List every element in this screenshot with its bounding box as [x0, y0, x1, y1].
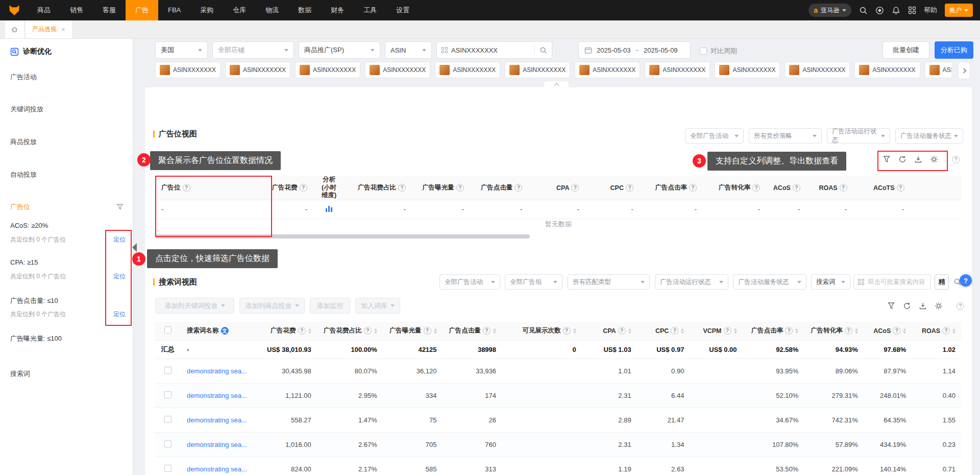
apps-grid-icon[interactable] — [908, 6, 916, 14]
asin-chip[interactable]: ASINXXXXXXX — [295, 62, 360, 78]
nav-item-purchase[interactable]: 采购 — [190, 0, 223, 20]
search-term-link[interactable]: demonstrating sea... — [187, 367, 247, 375]
info-icon[interactable]: ? — [893, 327, 900, 335]
info-icon[interactable]: ? — [942, 327, 950, 335]
col-ad-spend[interactable]: 广告花费? — [261, 322, 317, 340]
search-field-select[interactable]: ASIN — [385, 41, 432, 59]
asin-search-input[interactable]: ASINXXXXXXX — [436, 41, 552, 59]
row-checkbox[interactable] — [164, 440, 172, 447]
col-acots[interactable]: ACoTS? — [853, 176, 911, 200]
col-placement[interactable]: 广告位? — [155, 176, 259, 200]
filter-columns-icon[interactable] — [883, 155, 891, 163]
info-icon[interactable]: ? — [563, 327, 571, 335]
sort-icon[interactable] — [903, 328, 906, 334]
asin-chip[interactable]: ASINXXXXXXX — [225, 62, 290, 78]
col-acos[interactable]: ACoS? — [864, 322, 913, 340]
col-spend-share[interactable]: 广告花费占比? — [317, 322, 383, 340]
asin-chip[interactable]: ASINXXXXXXX — [155, 62, 220, 78]
info-icon[interactable]: ? — [626, 184, 633, 192]
row-checkbox[interactable] — [164, 391, 172, 398]
info-icon[interactable]: ? — [483, 327, 491, 335]
filter-funnel-icon[interactable] — [116, 203, 124, 210]
promo-badge-icon[interactable] — [875, 6, 884, 15]
sort-icon[interactable] — [855, 328, 858, 334]
sort-icon[interactable] — [434, 328, 437, 334]
nav-item-logistics[interactable]: 物流 — [256, 0, 288, 20]
col-cpc[interactable]: CPC? — [585, 176, 639, 200]
sidebar-item-placements[interactable]: 广告位 — [10, 202, 30, 211]
col-cpa[interactable]: CPA? — [582, 322, 638, 340]
col-vcpm[interactable]: VCPM? — [690, 322, 743, 340]
bidding-strategy-select[interactable]: 所有竞价策略 — [749, 128, 822, 144]
add-to-product-targeting-button[interactable]: 添加到商品投放 — [239, 298, 305, 314]
search-term-link[interactable]: demonstrating sea... — [187, 392, 247, 399]
sort-icon[interactable] — [681, 328, 684, 334]
info-icon[interactable]: ? — [514, 184, 522, 192]
batch-create-button[interactable]: 批量创建 — [883, 41, 929, 59]
horizontal-scrollbar[interactable] — [155, 234, 530, 239]
nav-item-fba[interactable]: FBA — [158, 0, 190, 20]
cell-select[interactable] — [155, 359, 181, 383]
floating-help-button[interactable]: ? — [960, 274, 972, 287]
search-icon[interactable] — [859, 6, 868, 15]
help-link[interactable]: 帮助 — [924, 6, 937, 15]
col-cvr[interactable]: 广告转化率? — [703, 176, 766, 200]
compare-period-option[interactable]: 对比周期 — [700, 46, 737, 56]
keyword-search-input[interactable]: 双击可批量搜索内容 — [853, 274, 931, 290]
col-select-all[interactable] — [155, 322, 181, 340]
info-icon[interactable]: ? — [689, 184, 697, 192]
gear-icon[interactable] — [935, 302, 943, 310]
st-match-type-select[interactable]: 所有匹配类型 — [568, 274, 650, 290]
asin-chip[interactable]: ASINXXXXXXX — [785, 62, 850, 78]
campaign-run-status-select[interactable]: 广告活动运行状态 — [827, 128, 890, 144]
info-icon[interactable]: ? — [724, 327, 731, 335]
nav-item-warehouse[interactable]: 仓库 — [223, 0, 256, 20]
nav-item-settings[interactable]: 设置 — [386, 0, 419, 20]
locate-link-cpa[interactable]: 定位 — [113, 272, 126, 281]
sidebar-item-product-targeting[interactable]: 商品投放 — [10, 137, 37, 147]
sidebar-item-auto-targeting[interactable]: 自动投放 — [10, 170, 37, 179]
marketplace-selector[interactable]: a 亚马逊 — [808, 4, 851, 17]
home-tab[interactable] — [5, 20, 24, 38]
col-ctr[interactable]: 广告点击率? — [640, 176, 703, 200]
cell-select[interactable] — [155, 432, 181, 457]
info-icon[interactable]: ? — [671, 327, 678, 335]
col-impressions[interactable]: 广告曝光量? — [383, 322, 443, 340]
add-to-word-bank-button[interactable]: 加入词库 — [355, 298, 400, 314]
col-spend-share[interactable]: 广告花费占比? — [345, 176, 412, 200]
nav-item-ads[interactable]: 广告 — [126, 0, 158, 20]
info-icon[interactable]: ? — [571, 184, 579, 192]
bell-icon[interactable] — [892, 6, 900, 15]
info-icon[interactable]: ? — [298, 327, 306, 335]
nav-item-sales[interactable]: 销售 — [60, 0, 93, 20]
asin-chip[interactable]: ASINXXXXXXX — [505, 62, 570, 78]
search-icon[interactable] — [540, 46, 547, 54]
info-icon[interactable]: ? — [618, 327, 626, 335]
search-term-link[interactable]: demonstrating sea... — [187, 465, 247, 473]
sort-icon[interactable] — [734, 328, 737, 334]
info-icon[interactable]: ? — [300, 184, 307, 192]
asin-chip[interactable]: ASINXXXXXXX — [365, 62, 430, 78]
translate-icon[interactable]: 文 — [221, 327, 229, 335]
st-run-status-select[interactable]: 广告活动运行状态 — [655, 274, 728, 290]
sidebar-item-campaigns[interactable]: 广告活动 — [10, 73, 37, 82]
st-campaign-select[interactable]: 全部广告活动 — [439, 274, 500, 290]
col-acos[interactable]: ACoS? — [766, 176, 806, 200]
col-impressions[interactable]: 广告曝光量? — [412, 176, 470, 200]
compare-checkbox[interactable] — [700, 48, 707, 55]
col-clicks[interactable]: 广告点击量? — [443, 322, 503, 340]
tab-product-insight[interactable]: 产品透视 × — [26, 20, 72, 38]
sort-icon[interactable] — [374, 328, 377, 334]
sort-icon[interactable] — [795, 328, 798, 334]
locate-link-clicks[interactable]: 定位 — [113, 310, 126, 319]
ad-type-select[interactable]: 商品推广(SP) — [299, 41, 380, 59]
cell-select[interactable] — [155, 457, 181, 475]
campaign-serve-status-select[interactable]: 广告活动服务状态 — [895, 128, 963, 144]
sidebar-item-keyword-targeting[interactable]: 关键词投放 — [10, 105, 43, 114]
sort-icon[interactable] — [952, 328, 955, 334]
refresh-icon[interactable] — [903, 302, 911, 310]
add-to-keyword-targeting-button[interactable]: 添加到关键词投放 — [155, 298, 234, 314]
col-clicks[interactable]: 广告点击量? — [470, 176, 529, 200]
col-roas[interactable]: ROAS? — [806, 176, 853, 200]
asin-chip[interactable]: ASINXXXXXXX — [854, 62, 920, 78]
